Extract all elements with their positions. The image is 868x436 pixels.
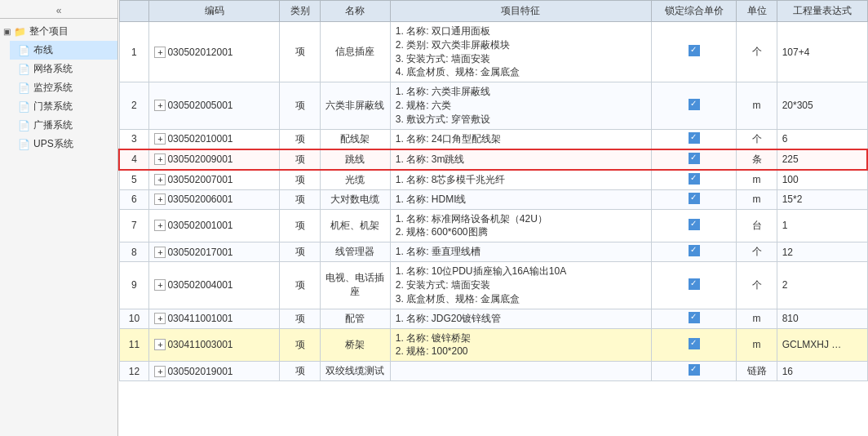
- checkbox-checked[interactable]: [689, 173, 700, 185]
- expand-button[interactable]: +: [154, 153, 166, 165]
- row-unit: 台: [737, 209, 777, 242]
- sidebar-item-buxian[interactable]: 📄 布线: [10, 41, 117, 60]
- col-header-code: 编码: [149, 1, 280, 22]
- row-expr: 1: [777, 209, 867, 242]
- row-number: 7: [119, 209, 149, 242]
- checkbox-checked[interactable]: [689, 364, 700, 376]
- table-row[interactable]: 8 +030502017001 项 线管理器 1. 名称: 垂直理线槽 个 12: [119, 242, 867, 262]
- row-lock-checkbox[interactable]: [651, 189, 737, 209]
- sidebar-item-root[interactable]: ▣ 📁 整个项目: [0, 22, 117, 41]
- expand-button[interactable]: +: [154, 133, 166, 145]
- sidebar-item-monitor[interactable]: 📄 监控系统: [10, 78, 117, 97]
- row-type: 项: [280, 129, 320, 149]
- expand-button[interactable]: +: [154, 339, 166, 350]
- sidebar-item-broadcast[interactable]: 📄 广播系统: [10, 116, 117, 135]
- row-code: +030502010001: [149, 129, 280, 149]
- row-feature: 1. 名称: 24口角型配线架: [390, 129, 651, 149]
- row-feature: 1. 名称: 镀锌桥架 2. 规格: 100*200: [390, 328, 651, 362]
- table-row[interactable]: 2 +030502005001 项 六类非屏蔽线 1. 名称: 六类非屏蔽线 2…: [119, 82, 867, 129]
- row-expr: 810: [777, 309, 867, 328]
- row-type: 项: [280, 262, 320, 309]
- row-lock-checkbox[interactable]: [651, 309, 737, 328]
- row-feature: 1. 名称: 8芯多模千兆光纤: [390, 170, 651, 190]
- row-expr: 100: [777, 170, 867, 190]
- row-expr: 20*305: [777, 82, 867, 129]
- table-row[interactable]: 7 +030502001001 项 机柜、机架 1. 名称: 标准网络设备机架（…: [119, 209, 867, 242]
- table-row[interactable]: 10 +030411001001 项 配管 1. 名称: JDG20镀锌线管 m…: [119, 309, 867, 328]
- table-row[interactable]: 5 +030502007001 项 光缆 1. 名称: 8芯多模千兆光纤 m 1…: [119, 170, 867, 190]
- doc-icon-5: 📄: [18, 120, 30, 131]
- expand-button[interactable]: +: [154, 194, 166, 205]
- row-number: 1: [119, 22, 149, 82]
- row-expr: 12: [777, 242, 867, 262]
- row-feature: [390, 362, 651, 381]
- row-lock-checkbox[interactable]: [651, 242, 737, 262]
- checkbox-checked[interactable]: [689, 99, 700, 110]
- checkbox-checked[interactable]: [689, 245, 700, 256]
- folder-icon: 📁: [14, 26, 26, 38]
- sidebar-item-ups[interactable]: 📄 UPS系统: [10, 135, 117, 153]
- row-unit: m: [737, 82, 777, 129]
- table-row[interactable]: 3 +030502010001 项 配线架 1. 名称: 24口角型配线架 个 …: [119, 129, 867, 149]
- expand-button[interactable]: +: [154, 47, 166, 58]
- expand-button[interactable]: +: [154, 100, 166, 111]
- row-number: 11: [119, 328, 149, 362]
- row-number: 2: [119, 82, 149, 129]
- row-unit: m: [737, 328, 777, 362]
- expand-button[interactable]: +: [154, 366, 166, 377]
- sidebar: « ▣ 📁 整个项目 📄 布线 📄 网络系统 📄 监控系统 📄 门禁系统: [0, 0, 118, 436]
- checkbox-checked[interactable]: [689, 219, 700, 230]
- expand-button[interactable]: +: [154, 313, 166, 324]
- checkbox-checked[interactable]: [689, 312, 700, 323]
- data-table: 编码 类别 名称 项目特征 锁定综合单价 单位 工程量表达式 1 +030502…: [118, 0, 868, 381]
- row-number: 6: [119, 189, 149, 209]
- row-expr: 107+4: [777, 22, 867, 82]
- row-lock-checkbox[interactable]: [651, 149, 737, 170]
- table-row[interactable]: 4 +030502009001 项 跳线 1. 名称: 3m跳线 条 225: [119, 149, 867, 170]
- table-row[interactable]: 11 +030411003001 项 桥架 1. 名称: 镀锌桥架 2. 规格:…: [119, 328, 867, 362]
- row-name: 桥架: [320, 328, 390, 362]
- row-type: 项: [280, 22, 320, 82]
- checkbox-checked[interactable]: [689, 153, 700, 164]
- row-lock-checkbox[interactable]: [651, 170, 737, 190]
- table-row[interactable]: 9 +030502004001 项 电视、电话插座 1. 名称: 10位PDU插…: [119, 262, 867, 309]
- row-feature: 1. 名称: 3m跳线: [390, 149, 651, 170]
- row-feature: 1. 名称: 六类非屏蔽线 2. 规格: 六类 3. 敷设方式: 穿管敷设: [390, 82, 651, 129]
- row-lock-checkbox[interactable]: [651, 82, 737, 129]
- row-name: 大对数电缆: [320, 189, 390, 209]
- main-content: 编码 类别 名称 项目特征 锁定综合单价 单位 工程量表达式 1 +030502…: [118, 0, 868, 436]
- row-unit: 个: [737, 262, 777, 309]
- checkbox-checked[interactable]: [689, 278, 700, 290]
- table-row[interactable]: 12 +030502019001 项 双绞线缆测试 链路 16: [119, 362, 867, 381]
- table-row[interactable]: 6 +030502006001 项 大对数电缆 1. 名称: HDMI线 m 1…: [119, 189, 867, 209]
- row-lock-checkbox[interactable]: [651, 328, 737, 362]
- col-header-type: 类别: [280, 1, 320, 22]
- expand-button[interactable]: +: [154, 279, 166, 291]
- expand-button[interactable]: +: [154, 174, 166, 185]
- expand-button[interactable]: +: [154, 247, 166, 258]
- row-type: 项: [280, 328, 320, 362]
- row-type: 项: [280, 170, 320, 190]
- checkbox-checked[interactable]: [689, 193, 700, 204]
- row-type: 项: [280, 82, 320, 129]
- sidebar-item-access[interactable]: 📄 门禁系统: [10, 97, 117, 116]
- table-row[interactable]: 1 +030502012001 项 信息插座 1. 名称: 双口通用面板 2. …: [119, 22, 867, 82]
- row-type: 项: [280, 209, 320, 242]
- checkbox-checked[interactable]: [689, 338, 700, 349]
- row-lock-checkbox[interactable]: [651, 22, 737, 82]
- row-lock-checkbox[interactable]: [651, 129, 737, 149]
- row-lock-checkbox[interactable]: [651, 209, 737, 242]
- row-lock-checkbox[interactable]: [651, 362, 737, 381]
- doc-icon-2: 📄: [18, 64, 30, 75]
- expand-button[interactable]: +: [154, 220, 166, 231]
- row-lock-checkbox[interactable]: [651, 262, 737, 309]
- sidebar-collapse-button[interactable]: «: [0, 3, 117, 19]
- sidebar-item-network[interactable]: 📄 网络系统: [10, 60, 117, 78]
- checkbox-checked[interactable]: [689, 132, 700, 144]
- row-number: 9: [119, 262, 149, 309]
- checkbox-checked[interactable]: [689, 45, 700, 56]
- row-unit: m: [737, 170, 777, 190]
- row-unit: 个: [737, 129, 777, 149]
- row-feature: 1. 名称: 10位PDU插座输入16A输出10A 2. 安装方式: 墙面安装 …: [390, 262, 651, 309]
- row-type: 项: [280, 309, 320, 328]
